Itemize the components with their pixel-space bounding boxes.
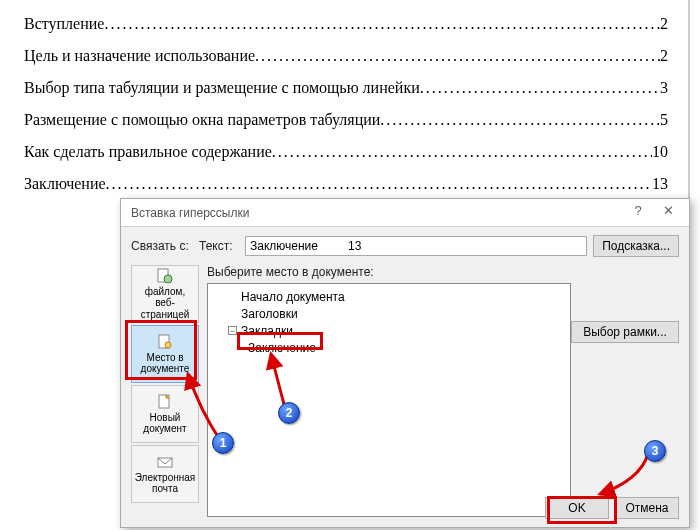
toc-entry: Цель и назначение использование 2 <box>24 47 668 65</box>
link-to-sidebar: файлом, веб-страницей Место в документе … <box>131 263 199 517</box>
toc-leader <box>106 175 652 193</box>
toc-title: Размещение с помощью окна параметров таб… <box>24 111 380 129</box>
document-page: Вступление 2 Цель и назначение использов… <box>0 0 690 207</box>
toc-leader <box>420 79 660 97</box>
linkto-label: файлом, веб-страницей <box>134 286 196 321</box>
tree-node-top[interactable]: Начало документа <box>214 288 564 305</box>
link-to-label: Связать с: <box>131 239 193 253</box>
cancel-button[interactable]: Отмена <box>615 497 679 519</box>
linkto-email[interactable]: Электронная почта <box>131 445 199 503</box>
tree-label: Начало документа <box>241 290 345 304</box>
toc-entry: Выбор типа табуляции и размещение с помо… <box>24 79 668 97</box>
document-place-icon <box>157 334 173 350</box>
linkto-place-in-doc[interactable]: Место в документе <box>131 325 199 383</box>
toc-leader <box>272 143 652 161</box>
screentip-button[interactable]: Подсказка... <box>593 235 679 257</box>
toc-title: Заключение <box>24 175 106 193</box>
toc-leader <box>104 15 660 33</box>
svg-point-1 <box>164 275 172 283</box>
tree-label: Заголовки <box>241 307 298 321</box>
ok-button[interactable]: OK <box>545 497 609 519</box>
dialog-title: Вставка гиперссылки <box>131 206 249 220</box>
envelope-icon <box>157 454 173 470</box>
tree-expander-icon[interactable]: − <box>228 326 237 335</box>
toc-page: 3 <box>660 79 668 97</box>
toc-page: 2 <box>660 47 668 65</box>
toc-page: 2 <box>660 15 668 33</box>
toc-leader <box>380 111 660 129</box>
close-button[interactable]: ✕ <box>653 203 683 223</box>
tree-node-bookmark-item[interactable]: Заключение <box>214 339 564 356</box>
linkto-label: Электронная почта <box>134 472 196 495</box>
toc-page: 10 <box>652 143 668 161</box>
display-text-input[interactable] <box>245 236 587 256</box>
toc-title: Цель и назначение использование <box>24 47 255 65</box>
linkto-label: Новый документ <box>134 412 196 435</box>
select-place-prompt: Выберите место в документе: <box>207 265 571 279</box>
help-button[interactable]: ? <box>623 203 653 223</box>
insert-hyperlink-dialog: Вставка гиперссылки ? ✕ Связать с: Текст… <box>120 198 690 528</box>
globe-page-icon <box>157 268 173 284</box>
toc-entry: Заключение 13 <box>24 175 668 193</box>
target-frame-button[interactable]: Выбор рамки... <box>571 321 679 343</box>
text-row: Связать с: Текст: Подсказка... <box>121 227 689 263</box>
new-document-icon <box>157 394 173 410</box>
toc-leader <box>255 47 660 65</box>
tree-node-headings[interactable]: Заголовки <box>214 305 564 322</box>
linkto-file-web[interactable]: файлом, веб-страницей <box>131 265 199 323</box>
toc-entry: Размещение с помощью окна параметров таб… <box>24 111 668 129</box>
linkto-label: Место в документе <box>134 352 196 375</box>
dialog-titlebar: Вставка гиперссылки ? ✕ <box>121 199 689 227</box>
tree-label: Закладки <box>241 324 293 338</box>
svg-point-3 <box>165 342 171 348</box>
linkto-new-document[interactable]: Новый документ <box>131 385 199 443</box>
text-label: Текст: <box>199 239 239 253</box>
toc-page: 5 <box>660 111 668 129</box>
toc-entry: Как сделать правильное содержание 10 <box>24 143 668 161</box>
toc-title: Как сделать правильное содержание <box>24 143 272 161</box>
toc-page: 13 <box>652 175 668 193</box>
toc-title: Выбор типа табуляции и размещение с помо… <box>24 79 420 97</box>
toc-title: Вступление <box>24 15 104 33</box>
tree-node-bookmarks[interactable]: − Закладки <box>214 322 564 339</box>
toc-entry: Вступление 2 <box>24 15 668 33</box>
tree-label: Заключение <box>248 341 316 355</box>
document-places-tree[interactable]: Начало документа Заголовки − Закладки За… <box>207 283 571 517</box>
